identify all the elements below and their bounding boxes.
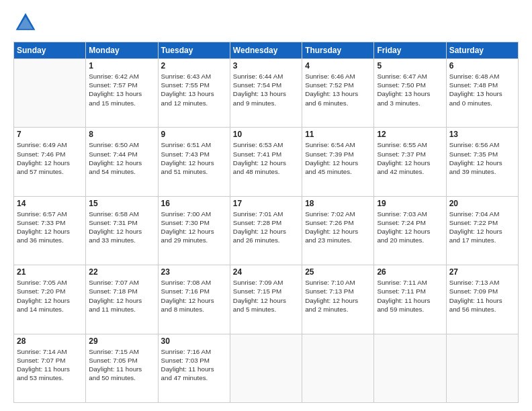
header bbox=[13, 11, 519, 35]
calendar-cell: 5Sunrise: 6:47 AM Sunset: 7:50 PM Daylig… bbox=[374, 59, 446, 128]
calendar-cell: 20Sunrise: 7:04 AM Sunset: 7:22 PM Dayli… bbox=[446, 196, 518, 265]
page-container: SundayMondayTuesdayWednesdayThursdayFrid… bbox=[0, 0, 532, 411]
calendar-cell: 19Sunrise: 7:03 AM Sunset: 7:24 PM Dayli… bbox=[374, 196, 446, 265]
day-number: 5 bbox=[377, 61, 443, 71]
calendar-cell: 25Sunrise: 7:10 AM Sunset: 7:13 PM Dayli… bbox=[302, 265, 374, 334]
day-number: 28 bbox=[17, 336, 83, 346]
calendar-cell: 2Sunrise: 6:43 AM Sunset: 7:55 PM Daylig… bbox=[158, 59, 230, 128]
day-number: 29 bbox=[89, 336, 154, 346]
day-info: Sunrise: 7:02 AM Sunset: 7:26 PM Dayligh… bbox=[305, 210, 371, 245]
calendar-cell: 13Sunrise: 6:56 AM Sunset: 7:35 PM Dayli… bbox=[446, 128, 518, 196]
calendar-cell: 21Sunrise: 7:05 AM Sunset: 7:20 PM Dayli… bbox=[14, 265, 86, 334]
calendar-week-row-2: 7Sunrise: 6:49 AM Sunset: 7:46 PM Daylig… bbox=[14, 128, 519, 196]
day-number: 3 bbox=[233, 61, 299, 71]
weekday-header-sunday: Sunday bbox=[14, 42, 86, 59]
day-info: Sunrise: 6:50 AM Sunset: 7:44 PM Dayligh… bbox=[89, 140, 154, 176]
calendar-cell: 10Sunrise: 6:53 AM Sunset: 7:41 PM Dayli… bbox=[230, 128, 302, 196]
day-info: Sunrise: 6:58 AM Sunset: 7:31 PM Dayligh… bbox=[89, 210, 154, 245]
calendar-cell: 28Sunrise: 7:14 AM Sunset: 7:07 PM Dayli… bbox=[14, 334, 86, 402]
calendar-cell: 7Sunrise: 6:49 AM Sunset: 7:46 PM Daylig… bbox=[14, 128, 86, 196]
calendar-cell: 23Sunrise: 7:08 AM Sunset: 7:16 PM Dayli… bbox=[158, 265, 230, 334]
calendar-table: SundayMondayTuesdayWednesdayThursdayFrid… bbox=[13, 42, 519, 403]
calendar-cell: 27Sunrise: 7:13 AM Sunset: 7:09 PM Dayli… bbox=[446, 265, 518, 334]
day-number: 12 bbox=[377, 130, 443, 139]
day-number: 16 bbox=[161, 199, 227, 208]
day-number: 23 bbox=[161, 267, 227, 277]
day-number: 8 bbox=[89, 130, 154, 139]
day-info: Sunrise: 6:43 AM Sunset: 7:55 PM Dayligh… bbox=[161, 72, 227, 107]
day-number: 30 bbox=[161, 336, 227, 346]
calendar-cell: 8Sunrise: 6:50 AM Sunset: 7:44 PM Daylig… bbox=[86, 128, 158, 196]
day-number: 17 bbox=[233, 199, 299, 208]
day-info: Sunrise: 7:04 AM Sunset: 7:22 PM Dayligh… bbox=[449, 210, 515, 245]
logo-icon bbox=[13, 11, 38, 35]
day-info: Sunrise: 7:01 AM Sunset: 7:28 PM Dayligh… bbox=[233, 210, 299, 245]
logo bbox=[13, 11, 42, 35]
day-number: 15 bbox=[89, 199, 154, 208]
day-number: 20 bbox=[449, 199, 515, 208]
day-info: Sunrise: 6:46 AM Sunset: 7:52 PM Dayligh… bbox=[305, 72, 371, 107]
day-number: 9 bbox=[161, 130, 227, 139]
day-info: Sunrise: 7:13 AM Sunset: 7:09 PM Dayligh… bbox=[449, 278, 515, 314]
calendar-cell: 18Sunrise: 7:02 AM Sunset: 7:26 PM Dayli… bbox=[302, 196, 374, 265]
day-number: 2 bbox=[161, 61, 227, 71]
weekday-header-friday: Friday bbox=[374, 42, 446, 59]
calendar-cell: 11Sunrise: 6:54 AM Sunset: 7:39 PM Dayli… bbox=[302, 128, 374, 196]
day-info: Sunrise: 6:56 AM Sunset: 7:35 PM Dayligh… bbox=[449, 140, 515, 176]
day-info: Sunrise: 7:08 AM Sunset: 7:16 PM Dayligh… bbox=[161, 278, 227, 314]
day-number: 21 bbox=[17, 267, 83, 277]
day-number: 1 bbox=[89, 61, 154, 71]
calendar-cell: 26Sunrise: 7:11 AM Sunset: 7:11 PM Dayli… bbox=[374, 265, 446, 334]
day-info: Sunrise: 6:42 AM Sunset: 7:57 PM Dayligh… bbox=[89, 72, 154, 107]
calendar-cell: 16Sunrise: 7:00 AM Sunset: 7:30 PM Dayli… bbox=[158, 196, 230, 265]
day-number: 24 bbox=[233, 267, 299, 277]
calendar-cell bbox=[230, 334, 302, 402]
weekday-header-wednesday: Wednesday bbox=[230, 42, 302, 59]
day-number: 26 bbox=[377, 267, 443, 277]
day-info: Sunrise: 7:03 AM Sunset: 7:24 PM Dayligh… bbox=[377, 210, 443, 245]
day-number: 11 bbox=[305, 130, 371, 139]
calendar-week-row-1: 1Sunrise: 6:42 AM Sunset: 7:57 PM Daylig… bbox=[14, 59, 519, 128]
calendar-week-row-3: 14Sunrise: 6:57 AM Sunset: 7:33 PM Dayli… bbox=[14, 196, 519, 265]
calendar-cell bbox=[14, 59, 86, 128]
weekday-header-monday: Monday bbox=[86, 42, 158, 59]
day-info: Sunrise: 7:00 AM Sunset: 7:30 PM Dayligh… bbox=[161, 210, 227, 245]
calendar-cell: 3Sunrise: 6:44 AM Sunset: 7:54 PM Daylig… bbox=[230, 59, 302, 128]
calendar-cell: 17Sunrise: 7:01 AM Sunset: 7:28 PM Dayli… bbox=[230, 196, 302, 265]
calendar-cell bbox=[302, 334, 374, 402]
day-number: 4 bbox=[305, 61, 371, 71]
day-info: Sunrise: 7:14 AM Sunset: 7:07 PM Dayligh… bbox=[17, 347, 83, 383]
day-info: Sunrise: 7:09 AM Sunset: 7:15 PM Dayligh… bbox=[233, 278, 299, 314]
weekday-header-saturday: Saturday bbox=[446, 42, 518, 59]
calendar-cell: 12Sunrise: 6:55 AM Sunset: 7:37 PM Dayli… bbox=[374, 128, 446, 196]
weekday-header-thursday: Thursday bbox=[302, 42, 374, 59]
calendar-cell: 4Sunrise: 6:46 AM Sunset: 7:52 PM Daylig… bbox=[302, 59, 374, 128]
day-info: Sunrise: 6:54 AM Sunset: 7:39 PM Dayligh… bbox=[305, 140, 371, 176]
calendar-week-row-5: 28Sunrise: 7:14 AM Sunset: 7:07 PM Dayli… bbox=[14, 334, 519, 402]
calendar-cell: 15Sunrise: 6:58 AM Sunset: 7:31 PM Dayli… bbox=[86, 196, 158, 265]
day-number: 25 bbox=[305, 267, 371, 277]
day-number: 14 bbox=[17, 199, 83, 208]
calendar-week-row-4: 21Sunrise: 7:05 AM Sunset: 7:20 PM Dayli… bbox=[14, 265, 519, 334]
day-info: Sunrise: 6:44 AM Sunset: 7:54 PM Dayligh… bbox=[233, 72, 299, 107]
day-info: Sunrise: 6:47 AM Sunset: 7:50 PM Dayligh… bbox=[377, 72, 443, 107]
day-info: Sunrise: 6:48 AM Sunset: 7:48 PM Dayligh… bbox=[449, 72, 515, 107]
day-info: Sunrise: 6:55 AM Sunset: 7:37 PM Dayligh… bbox=[377, 140, 443, 176]
day-info: Sunrise: 6:57 AM Sunset: 7:33 PM Dayligh… bbox=[17, 210, 83, 245]
day-info: Sunrise: 7:05 AM Sunset: 7:20 PM Dayligh… bbox=[17, 278, 83, 314]
day-info: Sunrise: 6:49 AM Sunset: 7:46 PM Dayligh… bbox=[17, 140, 83, 176]
day-info: Sunrise: 7:10 AM Sunset: 7:13 PM Dayligh… bbox=[305, 278, 371, 314]
calendar-cell bbox=[374, 334, 446, 402]
day-number: 18 bbox=[305, 199, 371, 208]
day-info: Sunrise: 7:16 AM Sunset: 7:03 PM Dayligh… bbox=[161, 347, 227, 383]
day-number: 27 bbox=[449, 267, 515, 277]
day-number: 19 bbox=[377, 199, 443, 208]
day-number: 13 bbox=[449, 130, 515, 139]
day-info: Sunrise: 7:11 AM Sunset: 7:11 PM Dayligh… bbox=[377, 278, 443, 314]
weekday-header-tuesday: Tuesday bbox=[158, 42, 230, 59]
calendar-cell: 1Sunrise: 6:42 AM Sunset: 7:57 PM Daylig… bbox=[86, 59, 158, 128]
calendar-cell: 24Sunrise: 7:09 AM Sunset: 7:15 PM Dayli… bbox=[230, 265, 302, 334]
weekday-header-row: SundayMondayTuesdayWednesdayThursdayFrid… bbox=[14, 42, 519, 59]
day-info: Sunrise: 6:53 AM Sunset: 7:41 PM Dayligh… bbox=[233, 140, 299, 176]
day-info: Sunrise: 7:07 AM Sunset: 7:18 PM Dayligh… bbox=[89, 278, 154, 314]
